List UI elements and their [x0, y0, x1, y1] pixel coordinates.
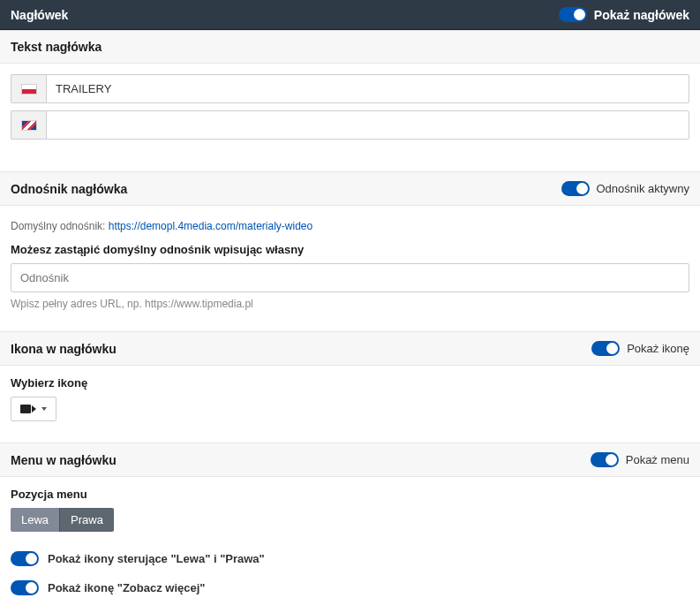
menu-position-group: Lewa Prawa [11, 508, 114, 532]
section-body [0, 64, 700, 150]
override-link-input-wrap [11, 263, 689, 292]
default-link-prefix: Domyślny odnośnik: [11, 220, 109, 232]
show-header-toggle-row: Pokaż nagłówek [559, 7, 689, 22]
default-link-url[interactable]: https://demopl.4media.com/materialy-wide… [109, 220, 312, 232]
show-icon-toggle[interactable] [591, 341, 620, 356]
nav-icons-label: Pokaż ikony sterujące "Lewa" i "Prawa" [48, 552, 265, 565]
header-text-input-pl[interactable] [46, 74, 689, 103]
override-link-helper: Wpisz pełny adres URL, np. https://www.t… [11, 298, 689, 310]
default-link-hint: Domyślny odnośnik: https://demopl.4media… [0, 206, 700, 232]
header-link-section: Odnośnik nagłówka Odnośnik aktywny Domyś… [0, 171, 700, 310]
nav-icons-option-row: Pokaż ikony sterujące "Lewa" i "Prawa" [0, 544, 700, 573]
input-row-en [11, 110, 689, 140]
show-icon-toggle-label: Pokaż ikonę [627, 342, 689, 355]
video-camera-icon [20, 405, 36, 413]
section-title: Odnośnik nagłówka [11, 182, 127, 196]
link-active-toggle-row: Odnośnik aktywny [561, 181, 690, 196]
see-more-option-row: Pokaż ikonę "Zobacz więcej" [0, 573, 700, 602]
choose-icon-label: Wybierz ikonę [11, 376, 689, 390]
section-title: Menu w nagłówku [11, 453, 117, 467]
panel-title: Nagłówek [11, 8, 68, 22]
show-header-toggle[interactable] [559, 7, 587, 22]
link-active-toggle-label: Odnośnik aktywny [597, 182, 690, 195]
see-more-toggle[interactable] [11, 580, 39, 595]
section-header: Menu w nagłówku Pokaż menu [0, 443, 700, 477]
settings-panel: Nagłówek Pokaż nagłówek Tekst nagłówka O… [0, 0, 700, 613]
nav-icons-toggle[interactable] [11, 551, 39, 566]
chevron-down-icon [41, 407, 47, 411]
section-header: Tekst nagłówka [0, 30, 700, 64]
section-header: Odnośnik nagłówka Odnośnik aktywny [0, 171, 700, 206]
show-menu-toggle[interactable] [591, 452, 619, 467]
section-title: Ikona w nagłówku [11, 342, 117, 356]
override-link-input[interactable] [11, 263, 689, 292]
header-menu-section: Menu w nagłówku Pokaż menu Pozycja menu … [0, 443, 700, 602]
menu-position-right[interactable]: Prawa [59, 508, 114, 532]
show-icon-toggle-row: Pokaż ikonę [591, 341, 689, 356]
show-header-toggle-label: Pokaż nagłówek [594, 8, 689, 22]
section-header: Ikona w nagłówku Pokaż ikonę [0, 331, 700, 366]
icon-picker-button[interactable] [11, 397, 56, 421]
section-title: Tekst nagłówka [11, 40, 102, 54]
menu-position-left[interactable]: Lewa [11, 508, 59, 532]
show-menu-toggle-label: Pokaż menu [626, 453, 689, 466]
override-link-label: Możesz zastąpić domyślny odnośnik wpisuj… [11, 243, 689, 256]
flag-en-icon [11, 110, 46, 140]
link-active-toggle[interactable] [561, 181, 590, 196]
header-text-input-en[interactable] [46, 110, 689, 140]
see-more-label: Pokaż ikonę "Zobacz więcej" [48, 581, 206, 594]
panel-header: Nagłówek Pokaż nagłówek [0, 0, 700, 30]
header-text-section: Tekst nagłówka [0, 30, 700, 150]
show-menu-toggle-row: Pokaż menu [591, 452, 689, 467]
header-icon-section: Ikona w nagłówku Pokaż ikonę Wybierz iko… [0, 331, 700, 421]
menu-position-label: Pozycja menu [11, 488, 689, 501]
input-row-pl [11, 74, 689, 103]
flag-pl-icon [11, 74, 46, 103]
